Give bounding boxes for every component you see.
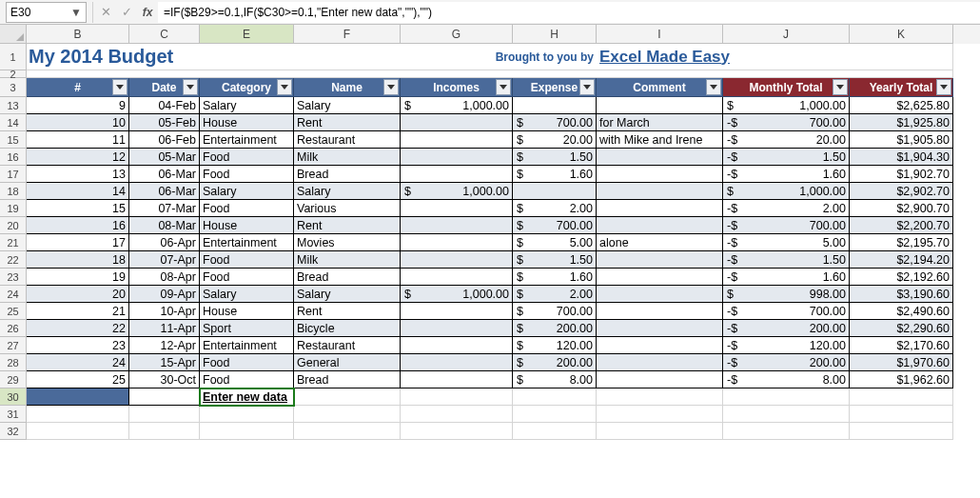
cell-date[interactable]: 30-Oct (129, 371, 200, 388)
th-monthly-total[interactable]: Monthly Total (723, 78, 850, 97)
row-header[interactable]: 18 (0, 183, 27, 200)
filter-icon[interactable] (579, 79, 595, 95)
row-header[interactable]: 21 (0, 234, 27, 251)
cell-category[interactable]: Salary (200, 97, 294, 114)
cell-category[interactable]: Entertainment (200, 337, 294, 354)
th-yearly-total[interactable]: Yearly Total (850, 78, 953, 97)
cell-category[interactable]: House (200, 217, 294, 234)
cell-income[interactable] (401, 200, 513, 217)
cell-comment[interactable] (597, 97, 723, 114)
th-incomes[interactable]: Incomes (401, 78, 513, 97)
chevron-down-icon[interactable]: ▼ (70, 6, 82, 19)
col-header-e[interactable]: E (200, 25, 294, 44)
cell-category[interactable]: House (200, 303, 294, 320)
col-header-j[interactable]: J (723, 25, 850, 44)
cell-category[interactable]: Sport (200, 320, 294, 337)
row-header[interactable]: 13 (0, 97, 27, 114)
cell-expense[interactable]: $20.00 (513, 131, 597, 149)
cell-comment[interactable]: for March (597, 114, 723, 131)
cell[interactable] (723, 406, 850, 423)
cell-date[interactable]: 08-Mar (129, 217, 200, 234)
col-header-b[interactable]: B (27, 25, 129, 44)
cell-number[interactable]: 15 (27, 200, 129, 217)
cell-yearly-total[interactable]: $1,905.80 (850, 131, 953, 149)
cell-expense[interactable]: $200.00 (513, 320, 597, 337)
cell-category[interactable]: Food (200, 149, 294, 166)
cell-expense[interactable] (513, 183, 597, 200)
cell-income[interactable] (401, 166, 513, 183)
cell-date[interactable]: 12-Apr (129, 337, 200, 354)
cell-number[interactable]: 25 (27, 371, 129, 388)
row-header[interactable]: 28 (0, 354, 27, 371)
cell-yearly-total[interactable]: $2,192.60 (850, 269, 953, 286)
filter-icon[interactable] (706, 79, 721, 95)
cell-comment[interactable] (597, 269, 723, 286)
row-header[interactable]: 19 (0, 200, 27, 217)
cell-monthly-total[interactable]: -$700.00 (723, 303, 850, 320)
row-header[interactable]: 14 (0, 114, 27, 131)
cell[interactable] (294, 406, 401, 423)
filter-icon[interactable] (496, 79, 511, 95)
cell-monthly-total[interactable]: -$5.00 (723, 234, 850, 251)
cell[interactable] (129, 406, 200, 423)
cell-comment[interactable] (597, 166, 723, 183)
cell[interactable] (27, 388, 129, 406)
row-header[interactable]: 17 (0, 166, 27, 183)
filter-icon[interactable] (936, 79, 951, 95)
row-header[interactable]: 30 (0, 388, 27, 406)
cell[interactable] (129, 388, 200, 406)
cell-yearly-total[interactable]: $2,194.20 (850, 251, 953, 269)
brought-label[interactable]: Brought to you by (401, 44, 597, 70)
cell-yearly-total[interactable]: $2,195.70 (850, 234, 953, 251)
cell-name[interactable]: Various (294, 200, 401, 217)
cell-income[interactable] (401, 320, 513, 337)
cell-number[interactable]: 12 (27, 149, 129, 166)
row-header[interactable]: 3 (0, 78, 27, 97)
cell[interactable] (401, 406, 513, 423)
cell-number[interactable]: 20 (27, 286, 129, 303)
cell-number[interactable]: 9 (27, 97, 129, 114)
row-header[interactable]: 26 (0, 320, 27, 337)
cell-number[interactable]: 18 (27, 251, 129, 269)
cell-date[interactable]: 06-Feb (129, 131, 200, 149)
cell-category[interactable]: Food (200, 251, 294, 269)
cell-number[interactable]: 11 (27, 131, 129, 149)
cell-date[interactable]: 07-Mar (129, 200, 200, 217)
cell-name[interactable]: Bread (294, 269, 401, 286)
cell-income[interactable] (401, 131, 513, 149)
cell-number[interactable]: 16 (27, 217, 129, 234)
row-header[interactable]: 15 (0, 131, 27, 149)
cell-name[interactable]: Restaurant (294, 337, 401, 354)
col-header-f[interactable]: F (294, 25, 401, 44)
cell-comment[interactable] (597, 183, 723, 200)
cell-yearly-total[interactable]: $2,490.60 (850, 303, 953, 320)
cell-date[interactable]: 08-Apr (129, 269, 200, 286)
cell[interactable] (401, 423, 513, 440)
cell-category[interactable]: Entertainment (200, 131, 294, 149)
cell-yearly-total[interactable]: $2,290.60 (850, 320, 953, 337)
cell-monthly-total[interactable]: -$2.00 (723, 200, 850, 217)
row-header[interactable]: 29 (0, 371, 27, 388)
cell-name[interactable]: Bicycle (294, 320, 401, 337)
cell-income[interactable]: $1,000.00 (401, 183, 513, 200)
th-category[interactable]: Category (200, 78, 294, 97)
cell-number[interactable]: 23 (27, 337, 129, 354)
cell-comment[interactable]: with Mike and Irene (597, 131, 723, 149)
cell-income[interactable] (401, 251, 513, 269)
row-header[interactable]: 1 (0, 44, 27, 70)
row-header[interactable]: 2 (0, 70, 27, 78)
cell-name[interactable]: Rent (294, 303, 401, 320)
cell-number[interactable]: 14 (27, 183, 129, 200)
row-header[interactable]: 27 (0, 337, 27, 354)
cell-monthly-total[interactable]: -$700.00 (723, 114, 850, 131)
cell-income[interactable] (401, 217, 513, 234)
cell-yearly-total[interactable]: $2,625.80 (850, 97, 953, 114)
cell-monthly-total[interactable]: -$1.60 (723, 269, 850, 286)
cell[interactable] (597, 423, 723, 440)
cell-comment[interactable] (597, 320, 723, 337)
cell-number[interactable]: 17 (27, 234, 129, 251)
cell-monthly-total[interactable]: $1,000.00 (723, 97, 850, 114)
cell-name[interactable]: Salary (294, 97, 401, 114)
cell-name[interactable]: Rent (294, 114, 401, 131)
col-header-h[interactable]: H (513, 25, 597, 44)
